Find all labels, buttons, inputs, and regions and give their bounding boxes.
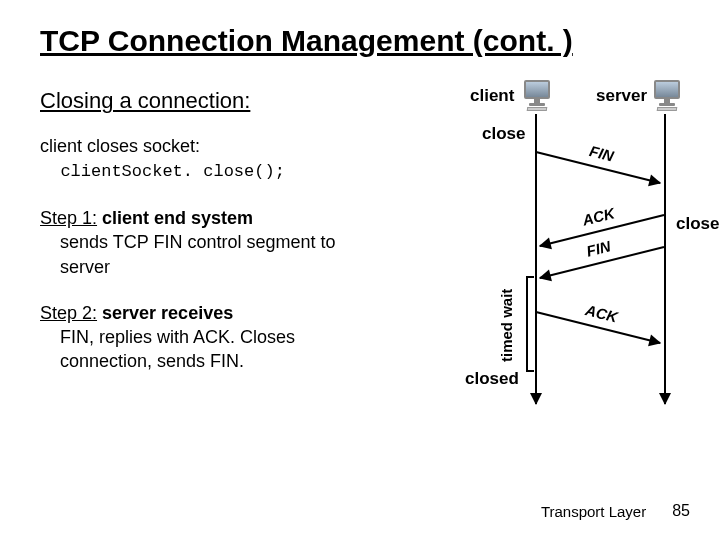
server-label: server [596, 86, 647, 106]
timed-wait-bracket: timed wait [508, 276, 534, 372]
msg-ack-2-label: ACK [537, 290, 665, 337]
footer-chapter: Transport Layer [541, 503, 646, 520]
client-label: client [470, 86, 514, 106]
step2-lead: Step 2: [40, 303, 97, 323]
footer-page-number: 85 [672, 502, 690, 520]
step2-bold: server receives [97, 303, 233, 323]
closing-heading: Closing a connection: [40, 86, 350, 116]
step2-rest: FIN, replies with ACK. Closes connection… [40, 325, 350, 374]
slide: TCP Connection Management (cont. ) Closi… [0, 0, 720, 540]
msg-fin-1: FIN [536, 151, 661, 184]
step1-bold: client end system [97, 208, 253, 228]
close-event-client: close [482, 124, 525, 144]
step1-rest: sends TCP FIN control segment to server [40, 230, 350, 279]
close-socket-para: client closes socket: clientSocket. clos… [40, 134, 350, 184]
server-timeline [664, 114, 666, 404]
timed-wait-label: timed wait [498, 289, 515, 362]
step1-lead: Step 1: [40, 208, 97, 228]
sequence-diagram: client server close FIN ACK close FIN [360, 86, 690, 466]
client-computer-icon [520, 80, 554, 110]
left-column: Closing a connection: client closes sock… [40, 86, 350, 466]
close-socket-code: clientSocket. close(); [40, 162, 285, 181]
slide-title: TCP Connection Management (cont. ) [40, 24, 690, 58]
msg-ack-2: ACK [536, 311, 661, 344]
closed-label: closed [465, 369, 519, 389]
close-socket-line1: client closes socket: [40, 136, 200, 156]
server-computer-icon [650, 80, 684, 110]
footer: Transport Layer 85 [541, 502, 690, 520]
step2-para: Step 2: server receives FIN, replies wit… [40, 301, 350, 374]
close-event-server: close [676, 214, 719, 234]
msg-fin-2: FIN [540, 246, 665, 279]
content-row: Closing a connection: client closes sock… [40, 86, 690, 466]
step1-para: Step 1: client end system sends TCP FIN … [40, 206, 350, 279]
msg-fin-1-label: FIN [537, 130, 665, 177]
